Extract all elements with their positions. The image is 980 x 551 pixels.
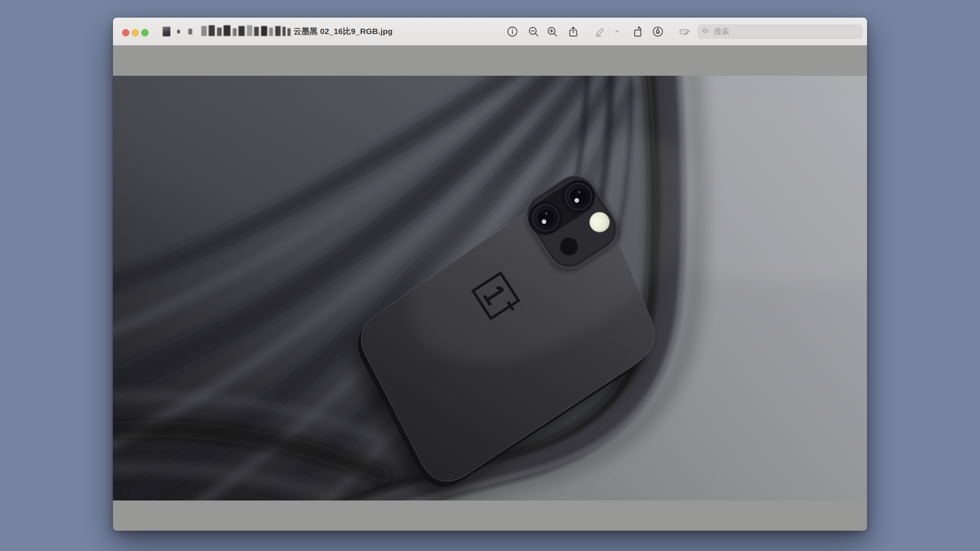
redaction-mosaic [201,25,291,37]
chevron-down-icon [613,27,621,36]
markup-pen-button[interactable] [649,24,666,39]
product-photo [113,76,867,500]
document-title-group: 云墨黑 02_16比9_RGB.jpg [163,18,393,45]
zoom-in-button[interactable] [544,24,560,39]
share-up-arrow-icon [567,26,579,37]
info-button[interactable] [504,24,521,39]
toolbar-separator [609,27,610,36]
form-fill-button[interactable] [676,24,693,39]
zoom-out-button[interactable] [525,24,542,39]
text-field-signature-icon [679,26,691,37]
document-proxy-icon[interactable] [163,27,170,36]
magnifier-minus-icon [528,26,539,37]
rotate-square-arrow-icon [632,26,644,37]
window-title: 云墨黑 02_16比9_RGB.jpg [293,26,392,37]
search-input[interactable] [713,27,859,36]
pencil-underline-icon [594,26,606,37]
close-button[interactable] [122,29,129,36]
search-field[interactable] [698,24,862,39]
markup-pencil-button[interactable] [591,24,608,39]
info-circle-icon [506,26,518,37]
minimize-button[interactable] [132,29,139,36]
search-magnifier-icon [702,28,710,36]
zoom-window-button[interactable] [141,29,149,36]
rotate-left-button[interactable] [630,24,647,39]
share-button[interactable] [565,24,581,39]
film-grain [113,76,867,500]
redacted-filename-prefix [177,25,293,37]
canvas-margin-bottom [113,500,867,531]
pen-nib-circle-icon [652,26,664,37]
preview-window: 云墨黑 02_16比9_RGB.jpg [113,18,867,531]
markup-options-button[interactable] [612,24,622,39]
canvas-margin-top [113,46,867,76]
photo-canvas[interactable] [113,76,867,500]
magnifier-plus-icon [546,26,558,37]
window-titlebar[interactable]: 云墨黑 02_16比9_RGB.jpg [113,18,867,46]
desktop: { "window": { "title": "云墨黑 02_16比9_RGB.… [0,0,980,551]
